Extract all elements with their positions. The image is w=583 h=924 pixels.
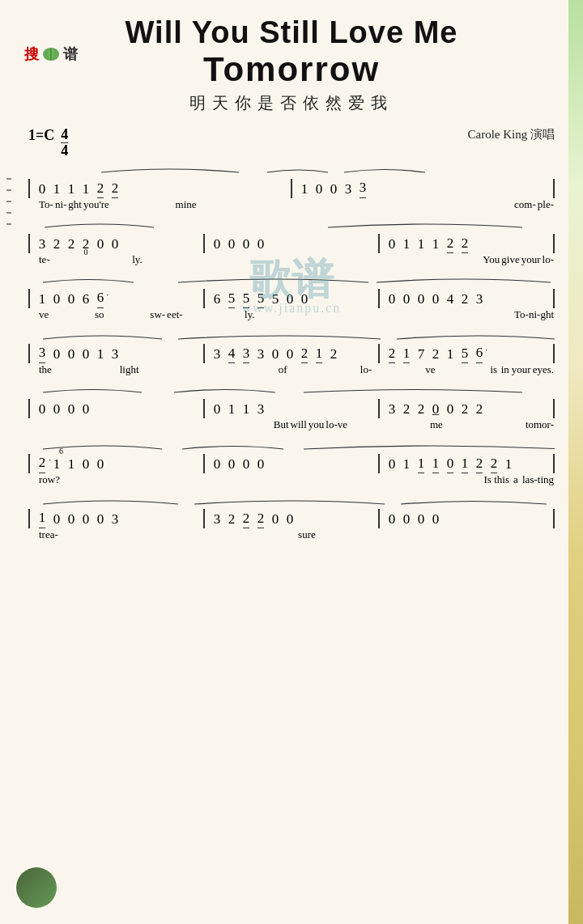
music-row-7: 1 0 0 0 0 3 3 2 2 2 0 0 bbox=[28, 496, 555, 546]
lyric-row-1: To- ni- ght you're mine com- ple- bbox=[28, 198, 555, 216]
title-line1: Will You Still Love Me bbox=[24, 16, 559, 50]
lyric-row-7: trea- sure bbox=[28, 528, 555, 546]
logo-leaf-icon bbox=[42, 47, 60, 61]
logo-pu: 谱 bbox=[63, 45, 78, 64]
left-marks bbox=[6, 178, 11, 225]
logo-search: 搜 bbox=[24, 45, 39, 64]
num-row-7: 1 0 0 0 0 3 3 2 2 2 0 0 bbox=[28, 496, 555, 528]
time-signature: 4 4 bbox=[61, 127, 68, 158]
lyric-row-5: But will you lo-ve me tomor- bbox=[28, 418, 555, 436]
num-row-5: 0 0 0 0 0 1 1 3 3 2 2 bbox=[28, 386, 555, 418]
key-signature: 1=C bbox=[28, 127, 54, 144]
bottom-logo-circle bbox=[16, 867, 57, 908]
num-row-1: 0 1 1 1 2 2 1 0 0 3 3 bbox=[28, 166, 555, 198]
music-content: 0 1 1 1 2 2 1 0 0 3 3 To bbox=[24, 166, 559, 546]
music-row-3: 1 0 0 6 6 · 6 5 5 5 5 0 bbox=[28, 276, 555, 326]
num-row-2: 3 2 2 20 0 0 0 0 0 0 0 bbox=[28, 221, 555, 253]
music-row-5: 0 0 0 0 0 1 1 3 3 2 2 bbox=[28, 386, 555, 436]
logo-area: 搜 谱 bbox=[24, 45, 78, 64]
title-area: Will You Still Love Me Tomorrow 明天你是否依然爱… bbox=[24, 8, 559, 114]
music-row-4: 3 0 0 0 1 3 3 4 3 3 0 0 2 1 bbox=[28, 331, 555, 381]
key-line: 1=C 4 4 Carole King 演唱 bbox=[24, 127, 559, 158]
performer: Carole King 演唱 bbox=[468, 127, 555, 142]
title-chinese: 明天你是否依然爱我 bbox=[24, 92, 559, 114]
lyric-row-4: the light of lo- ve is in your eyes. bbox=[28, 363, 555, 381]
lyric-row-6: row? Is this a las-ting bbox=[28, 473, 555, 491]
music-row-2: 3 2 2 20 0 0 0 0 0 0 0 bbox=[28, 221, 555, 271]
music-row-6: 2 · 1 6 1 0 0 0 0 0 0 bbox=[28, 441, 555, 491]
right-strip bbox=[568, 0, 583, 924]
lyric-row-3: ve so sw- eet- ly. To-ni-ght bbox=[28, 308, 555, 326]
num-row-4: 3 0 0 0 1 3 3 4 3 3 0 0 2 1 bbox=[28, 331, 555, 363]
num-row-3: 1 0 0 6 6 · 6 5 5 5 5 0 bbox=[28, 276, 555, 308]
page: 搜 谱 Will You Still Love Me Tomorrow 明天你是… bbox=[0, 0, 583, 924]
lyric-row-2: te- ly. You give your lo- bbox=[28, 253, 555, 271]
num-row-6: 2 · 1 6 1 0 0 0 0 0 0 bbox=[28, 441, 555, 473]
title-line2: Tomorrow bbox=[24, 50, 559, 89]
music-row-1: 0 1 1 1 2 2 1 0 0 3 3 To bbox=[28, 166, 555, 216]
